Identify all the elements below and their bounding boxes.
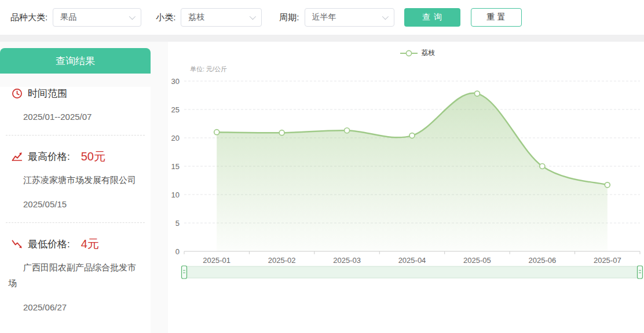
- series-area: [217, 93, 608, 251]
- chevron-down-icon: [250, 13, 256, 20]
- data-point-2025-03[interactable]: [345, 128, 350, 133]
- legend-marker-icon: [400, 50, 418, 57]
- filter-bar: 品种大类: 果品 小类: 荔枝 周期: 近半年 查询 重置: [0, 0, 644, 35]
- dashed-divider: [6, 135, 145, 136]
- trend-up-icon: [12, 151, 23, 162]
- lowest-price-value: 4元: [81, 236, 99, 252]
- data-point-2025-02[interactable]: [279, 130, 284, 136]
- data-point-2025-04[interactable]: [409, 133, 415, 138]
- svg-text:2025-04: 2025-04: [398, 256, 426, 265]
- data-zoom-slider[interactable]: [182, 266, 643, 279]
- reset-button[interactable]: 重置: [471, 8, 522, 27]
- divider-band: [0, 35, 644, 42]
- period-label: 周期:: [279, 12, 299, 23]
- svg-text:10: 10: [171, 191, 180, 199]
- svg-text:2025-05: 2025-05: [463, 256, 491, 265]
- highest-price-row: 最高价格: 50元: [0, 149, 151, 164]
- price-line-chart: 单位: 元/公斤0510152025302025-012025-022025-0…: [168, 59, 644, 291]
- lowest-price-market: 广西田阳农副产品综合批发市场: [8, 260, 144, 291]
- category-select-value: 果品: [60, 12, 76, 23]
- highest-price-label: 最高价格:: [28, 150, 70, 163]
- highest-price-market: 江苏凌家塘市场发展有限公司: [8, 173, 144, 188]
- trend-down-icon: [12, 239, 23, 250]
- svg-text:20: 20: [171, 134, 180, 142]
- svg-text:2025-07: 2025-07: [594, 256, 621, 265]
- highest-price-value: 50元: [81, 149, 105, 164]
- lowest-price-row: 最低价格: 4元: [0, 236, 151, 252]
- legend-label: 荔枝: [422, 48, 436, 58]
- x-axis: [184, 251, 640, 254]
- svg-text:15: 15: [171, 162, 180, 171]
- svg-text:25: 25: [171, 105, 180, 114]
- subcategory-label: 小类:: [156, 12, 175, 23]
- subcategory-select[interactable]: 荔枝: [181, 8, 262, 27]
- svg-text:0: 0: [175, 247, 180, 256]
- query-button[interactable]: 查询: [404, 8, 460, 27]
- period-select[interactable]: 近半年: [305, 8, 394, 27]
- data-point-2025-06[interactable]: [540, 164, 545, 169]
- data-point-2025-05[interactable]: [474, 91, 480, 96]
- svg-text:2025-03: 2025-03: [333, 256, 361, 265]
- results-panel-title: 查询结果: [0, 48, 151, 74]
- category-label: 品种大类:: [10, 12, 47, 23]
- time-range-row: 时间范围: [0, 87, 151, 100]
- chart-panel: 荔枝 单位: 元/公斤0510152025302025-012025-02202…: [168, 42, 644, 333]
- subcategory-select-value: 荔枝: [188, 12, 204, 23]
- content-area: 查询结果 时间范围 2025/01--2025/07 最高价格: 50元: [0, 42, 644, 333]
- svg-text:5: 5: [175, 219, 180, 228]
- x-axis-labels: 2025-012025-022025-032025-042025-052025-…: [203, 256, 621, 265]
- lowest-price-label: 最低价格:: [28, 237, 70, 251]
- chevron-down-icon: [382, 13, 388, 20]
- time-range-value: 2025/01--2025/07: [0, 112, 151, 122]
- clock-icon: [12, 88, 23, 99]
- y-axis-labels: 051015202530: [171, 77, 180, 256]
- lowest-price-date: 2025/06/27: [0, 302, 151, 312]
- category-select[interactable]: 果品: [53, 8, 141, 27]
- dashed-divider: [6, 222, 145, 223]
- period-select-value: 近半年: [312, 12, 336, 23]
- chevron-down-icon: [129, 13, 136, 20]
- legend-item-lichee[interactable]: 荔枝: [180, 48, 644, 58]
- highest-price-date: 2025/05/15: [0, 199, 151, 209]
- unit-label: 单位: 元/公斤: [190, 65, 227, 72]
- data-zoom-track[interactable]: [184, 266, 640, 278]
- results-panel: 查询结果 时间范围 2025/01--2025/07 最高价格: 50元: [0, 48, 151, 333]
- data-zoom-handle-right[interactable]: [638, 266, 643, 279]
- data-zoom-handle-left[interactable]: [182, 266, 187, 279]
- svg-text:30: 30: [171, 77, 180, 86]
- svg-text:2025-02: 2025-02: [268, 256, 296, 265]
- time-range-label: 时间范围: [28, 87, 67, 100]
- data-point-2025-07[interactable]: [605, 182, 610, 188]
- results-panel-body: 时间范围 2025/01--2025/07 最高价格: 50元 江苏凌家塘市场发…: [0, 87, 151, 333]
- data-point-2025-01[interactable]: [214, 130, 219, 135]
- svg-text:2025-01: 2025-01: [203, 256, 230, 265]
- svg-text:2025-06: 2025-06: [528, 256, 556, 265]
